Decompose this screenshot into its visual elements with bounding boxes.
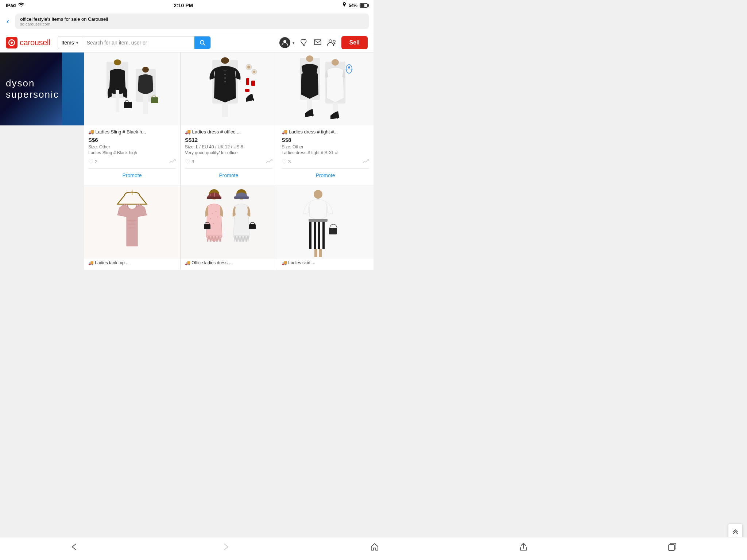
promote-button[interactable]: Promote	[88, 168, 176, 182]
product-info: 🚚 Office ladies dress ...	[181, 259, 277, 270]
product-price: S$6	[88, 137, 176, 143]
heart-icon[interactable]: ♡	[88, 158, 93, 165]
chart-icon[interactable]	[169, 158, 176, 166]
url-bar[interactable]: officelifestyle's items for sale on Caro…	[15, 13, 369, 29]
nav-icons: ▼ Sell	[279, 36, 368, 49]
svg-rect-54	[309, 220, 311, 249]
svg-rect-50	[234, 197, 249, 199]
svg-rect-26	[251, 81, 255, 86]
promote-button[interactable]: Promote	[185, 168, 272, 182]
promote-button[interactable]: Promote	[282, 168, 369, 182]
svg-rect-58	[318, 220, 320, 249]
people-button[interactable]	[327, 39, 336, 46]
search-container: Items ▼	[58, 36, 211, 49]
chart-icon[interactable]	[362, 158, 369, 166]
like-section: ♡ 3	[282, 158, 291, 165]
svg-point-19	[224, 81, 226, 82]
product-image-svg	[192, 54, 265, 124]
logo-icon	[6, 37, 18, 48]
svg-point-5	[329, 40, 332, 43]
like-count: 2	[95, 159, 97, 164]
dyson-blue-bar	[62, 52, 84, 125]
product-card: 🚚 Office ladies dress ...	[181, 186, 277, 270]
svg-point-46	[217, 216, 218, 217]
svg-rect-65	[319, 249, 322, 257]
like-section: ♡ 2	[88, 158, 97, 165]
product-card: 🚚 Ladies dress # tight #... S$8 Size: Ot…	[277, 52, 374, 186]
svg-point-32	[332, 59, 339, 66]
svg-point-47	[213, 223, 214, 224]
like-count: 3	[191, 159, 194, 164]
logo-text: carousell	[20, 38, 50, 47]
product-card: 🚚 Ladies Sling # Black h... S$6 Size: Ot…	[84, 52, 180, 186]
svg-point-36	[346, 69, 347, 70]
messages-button[interactable]	[314, 39, 322, 46]
heart-icon[interactable]: ♡	[185, 158, 190, 165]
svg-point-24	[253, 71, 255, 73]
svg-point-52	[314, 190, 322, 199]
chart-icon[interactable]	[265, 158, 272, 166]
user-avatar	[279, 37, 290, 48]
product-image[interactable]	[181, 52, 277, 125]
svg-point-6	[333, 40, 335, 42]
url-domain: sg.carousell.com	[20, 22, 364, 26]
chevron-down-icon: ▼	[76, 41, 79, 45]
svg-point-16	[221, 57, 229, 64]
product-info: 🚚 Ladies tank top ...	[84, 259, 180, 270]
product-card: 🚚 Ladies dress # office ... S$12 Size: L…	[181, 52, 277, 186]
product-image[interactable]	[181, 186, 277, 259]
product-title: 🚚 Office ladies dress ...	[185, 260, 272, 266]
search-icon	[200, 40, 205, 46]
product-price: S$12	[185, 137, 272, 143]
product-image[interactable]	[84, 186, 180, 259]
svg-point-44	[216, 211, 217, 212]
logo[interactable]: carousell	[6, 37, 50, 48]
svg-rect-56	[314, 220, 316, 249]
search-category-dropdown[interactable]: Items ▼	[58, 37, 83, 48]
search-button[interactable]	[194, 36, 210, 49]
svg-point-12	[142, 67, 149, 73]
location-icon	[342, 2, 347, 8]
product-image[interactable]	[277, 186, 374, 259]
product-price: S$8	[282, 137, 369, 143]
svg-rect-64	[314, 249, 317, 257]
product-image[interactable]	[84, 52, 180, 125]
svg-rect-62	[309, 219, 328, 222]
user-avatar-container[interactable]: ▼	[279, 37, 295, 48]
url-title: officelifestyle's items for sale on Caro…	[20, 16, 364, 22]
product-image-svg	[192, 188, 265, 257]
svg-rect-25	[246, 78, 249, 85]
status-right: 54%	[342, 2, 368, 8]
product-info: 🚚 Ladies skirt ...	[277, 259, 374, 270]
svg-point-37	[351, 69, 352, 70]
search-input[interactable]	[83, 37, 194, 48]
svg-rect-14	[151, 97, 158, 103]
product-image-svg	[289, 188, 362, 257]
product-title: 🚚 Ladies tank top ...	[88, 260, 176, 266]
svg-rect-60	[322, 220, 325, 249]
svg-point-29	[306, 55, 313, 62]
product-image-svg	[289, 54, 362, 124]
battery-icon	[360, 3, 368, 8]
product-grid: 🚚 Ladies Sling # Black h... S$6 Size: Ot…	[84, 52, 374, 270]
svg-rect-27	[245, 89, 249, 92]
favorites-button[interactable]	[301, 39, 309, 46]
product-title: 🚚 Ladies skirt ...	[282, 260, 369, 266]
svg-point-8	[114, 59, 121, 65]
heart-icon[interactable]: ♡	[282, 158, 287, 165]
svg-point-17	[224, 74, 226, 75]
product-image[interactable]	[277, 52, 374, 125]
svg-rect-59	[320, 220, 322, 249]
svg-line-3	[204, 44, 205, 45]
like-count: 3	[288, 159, 291, 164]
product-info: 🚚 Ladies dress # office ... S$12 Size: L…	[181, 125, 277, 186]
product-info: 🚚 Ladies Sling # Black h... S$6 Size: Ot…	[84, 125, 180, 186]
product-title: 🚚 Ladies Sling # Black h...	[88, 129, 176, 135]
browser-back-button[interactable]: ‹	[4, 16, 11, 27]
sell-button[interactable]: Sell	[341, 36, 368, 49]
product-actions: ♡ 2	[88, 158, 176, 166]
like-section: ♡ 3	[185, 158, 194, 165]
product-image-svg	[99, 54, 165, 124]
status-left: iPad	[6, 2, 24, 8]
product-description: Very good quality/ for office	[185, 150, 272, 155]
